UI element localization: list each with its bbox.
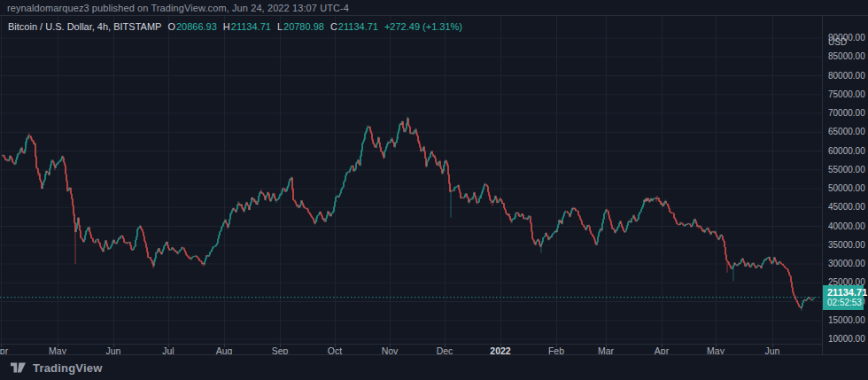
last-price-label: 21134.71 02:52:53: [823, 285, 864, 310]
time-axis-label: Feb: [548, 345, 564, 354]
price-tick-label: 50000.00: [828, 184, 865, 193]
price-tick-label: 30000.00: [828, 260, 865, 268]
time-axis-label: Apr: [0, 345, 8, 354]
time-axis[interactable]: AprMayJunJulAugSepOctNovDec2022FebMarApr…: [0, 344, 822, 354]
candle-wicks-up: [3, 116, 814, 310]
legend-low: L20780.98: [277, 21, 324, 32]
price-tick-label: 60000.00: [828, 147, 865, 156]
price-tick-label: 65000.00: [828, 128, 865, 136]
tradingview-published-chart: reynaldomarquez3 published on TradingVie…: [0, 0, 868, 380]
tradingview-logo-icon: [11, 361, 27, 374]
time-axis-label: Apr: [655, 345, 669, 354]
time-axis-label: Jun: [106, 345, 121, 354]
symbol-title: Bitcoin / U.S. Dollar, 4h, BITSTAMP: [8, 21, 161, 32]
time-axis-label: Jul: [162, 345, 174, 354]
candle-wicks-down: [4, 118, 811, 308]
price-tick-label: 45000.00: [828, 203, 865, 212]
time-axis-label: 2022: [490, 345, 510, 354]
attribution-text: reynaldomarquez3 published on TradingVie…: [7, 3, 349, 13]
legend-close: C21134.71: [330, 21, 378, 32]
price-tick-label: 55000.00: [828, 166, 865, 174]
time-axis-label: Nov: [382, 345, 399, 354]
time-axis-label: Oct: [328, 345, 342, 354]
tradingview-logo-link[interactable]: TradingView: [11, 361, 103, 375]
legend: Bitcoin / U.S. Dollar, 4h, BITSTAMP O208…: [8, 21, 462, 32]
time-axis-label: May: [49, 345, 66, 354]
price-tick-label: 85000.00: [828, 52, 865, 61]
bar-countdown: 02:52:53: [827, 298, 864, 308]
chart-canvas[interactable]: Bitcoin / U.S. Dollar, 4h, BITSTAMP O208…: [0, 16, 822, 344]
time-axis-label: Dec: [437, 345, 453, 354]
price-tick-label: 75000.00: [828, 90, 865, 99]
last-price-value: 21134.71: [827, 287, 864, 298]
legend-high: H21134.71: [223, 21, 271, 32]
tradingview-brand-text: TradingView: [33, 361, 103, 375]
price-tick-label: 10000.00: [828, 335, 865, 344]
time-axis-label: Aug: [216, 345, 233, 354]
price-tick-label: 40000.00: [828, 222, 865, 231]
price-chart-svg: [0, 16, 822, 344]
price-tick-label: 90000.00: [828, 34, 865, 43]
candle-bodies-down: [4, 118, 811, 308]
candle-bodies-up: [3, 118, 814, 308]
legend-open: O20866.93: [167, 21, 216, 32]
legend-change: +272.49 (+1.31%): [384, 21, 462, 32]
price-tick-label: 80000.00: [828, 72, 865, 81]
price-tick-label: 70000.00: [828, 109, 865, 118]
price-axis[interactable]: USD 90000.0085000.0080000.0075000.007000…: [822, 16, 868, 354]
price-tick-label: 15000.00: [828, 316, 865, 325]
bottom-toolbar: TradingView: [0, 354, 868, 380]
price-tick-label: 35000.00: [828, 241, 865, 250]
attribution-bar: reynaldomarquez3 published on TradingVie…: [0, 0, 868, 16]
time-axis-label: Mar: [598, 345, 614, 354]
chart-gridlines: [0, 16, 822, 344]
time-axis-label: May: [707, 345, 725, 354]
time-axis-label: Jun: [765, 345, 780, 354]
time-axis-label: Sep: [272, 345, 289, 354]
